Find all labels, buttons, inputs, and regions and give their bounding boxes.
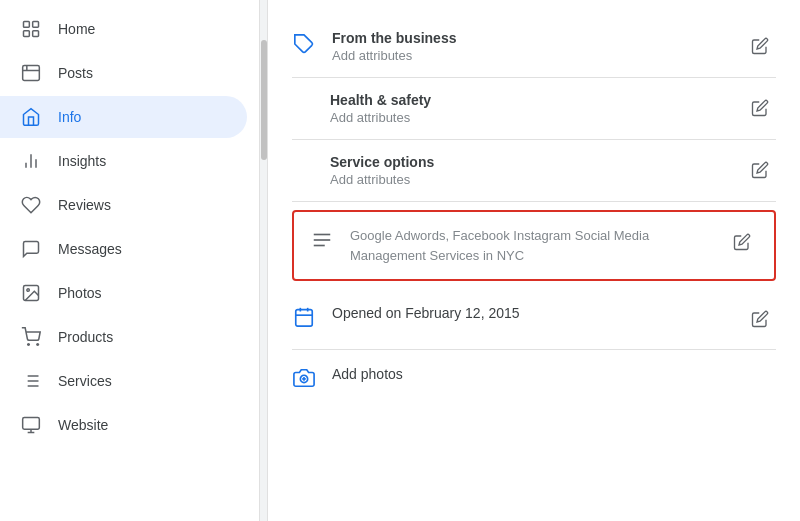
add-photos-text: Add photos — [332, 366, 403, 382]
description-lines-icon — [310, 228, 334, 252]
scrollbar[interactable] — [260, 0, 268, 521]
posts-icon — [20, 62, 42, 84]
sidebar-item-reviews[interactable]: Reviews — [0, 184, 247, 226]
camera-plus-icon — [292, 366, 316, 390]
opened-on-edit-button[interactable] — [744, 303, 776, 335]
svg-point-11 — [27, 289, 29, 292]
scrollbar-thumb[interactable] — [261, 40, 267, 160]
from-the-business-subtitle: Add attributes — [332, 48, 728, 63]
health-safety-subtitle: Add attributes — [330, 110, 728, 125]
svg-rect-1 — [33, 22, 39, 28]
svg-point-13 — [37, 344, 39, 346]
opened-on-text: Opened on February 12, 2015 — [332, 305, 520, 321]
calendar-icon — [292, 305, 316, 329]
description-row: Google Adwords, Facebook Instagram Socia… — [294, 212, 774, 279]
from-the-business-row: From the business Add attributes — [292, 16, 776, 78]
sidebar-item-messages-label: Messages — [58, 241, 122, 257]
photos-icon — [20, 282, 42, 304]
opened-on-row: Opened on February 12, 2015 — [292, 289, 776, 350]
messages-icon — [20, 238, 42, 260]
sidebar-item-photos-label: Photos — [58, 285, 102, 301]
info-icon — [20, 106, 42, 128]
add-photos-row: Add photos — [292, 350, 776, 404]
products-icon — [20, 326, 42, 348]
health-safety-icon-placeholder — [292, 94, 314, 118]
description-text: Google Adwords, Facebook Instagram Socia… — [350, 228, 649, 263]
svg-rect-20 — [23, 418, 40, 430]
reviews-icon — [20, 194, 42, 216]
svg-rect-2 — [24, 31, 30, 37]
sidebar-item-info-label: Info — [58, 109, 81, 125]
svg-point-12 — [28, 344, 30, 346]
description-content: Google Adwords, Facebook Instagram Socia… — [350, 226, 710, 265]
sidebar-item-home-label: Home — [58, 21, 95, 37]
health-safety-content: Health & safety Add attributes — [330, 92, 728, 125]
svg-rect-27 — [296, 310, 313, 327]
sidebar-item-posts[interactable]: Posts — [0, 52, 247, 94]
service-options-row: Service options Add attributes — [292, 140, 776, 202]
sidebar-item-info[interactable]: Info — [0, 96, 247, 138]
service-options-subtitle: Add attributes — [330, 172, 728, 187]
sidebar-item-messages[interactable]: Messages — [0, 228, 247, 270]
health-safety-edit-button[interactable] — [744, 92, 776, 124]
sidebar-item-services-label: Services — [58, 373, 112, 389]
from-the-business-edit-button[interactable] — [744, 30, 776, 62]
health-safety-row: Health & safety Add attributes — [292, 78, 776, 140]
svg-rect-3 — [33, 31, 39, 37]
add-photos-content: Add photos — [332, 364, 776, 385]
insights-icon — [20, 150, 42, 172]
from-the-business-title: From the business — [332, 30, 728, 46]
service-options-content: Service options Add attributes — [330, 154, 728, 187]
services-icon — [20, 370, 42, 392]
sidebar-item-home[interactable]: Home — [0, 8, 247, 50]
sidebar-item-products-label: Products — [58, 329, 113, 345]
service-options-title: Service options — [330, 154, 728, 170]
sidebar-item-website-label: Website — [58, 417, 108, 433]
opened-on-content: Opened on February 12, 2015 — [332, 303, 728, 324]
description-highlighted-box: Google Adwords, Facebook Instagram Socia… — [292, 210, 776, 281]
tag-icon — [292, 32, 316, 56]
sidebar-item-services[interactable]: Services — [0, 360, 247, 402]
description-edit-button[interactable] — [726, 226, 758, 258]
service-options-icon-placeholder — [292, 156, 314, 180]
sidebar-item-posts-label: Posts — [58, 65, 93, 81]
sidebar-item-products[interactable]: Products — [0, 316, 247, 358]
website-icon — [20, 414, 42, 436]
sidebar-item-reviews-label: Reviews — [58, 197, 111, 213]
sidebar-item-website[interactable]: Website — [0, 404, 247, 446]
health-safety-title: Health & safety — [330, 92, 728, 108]
from-the-business-content: From the business Add attributes — [332, 30, 728, 63]
svg-rect-4 — [23, 66, 40, 81]
sidebar-item-photos[interactable]: Photos — [0, 272, 247, 314]
service-options-edit-button[interactable] — [744, 154, 776, 186]
svg-rect-0 — [24, 22, 30, 28]
sidebar: Home Posts Info Insight — [0, 0, 260, 521]
home-icon — [20, 18, 42, 40]
sidebar-item-insights-label: Insights — [58, 153, 106, 169]
main-content: From the business Add attributes Health … — [268, 0, 800, 521]
sidebar-item-insights[interactable]: Insights — [0, 140, 247, 182]
